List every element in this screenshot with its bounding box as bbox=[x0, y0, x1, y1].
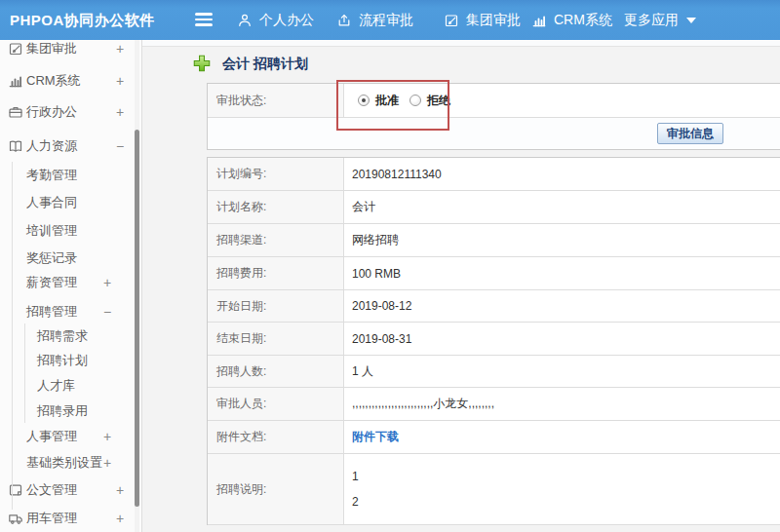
nav-item-flow-approval[interactable]: 流程审批 bbox=[336, 0, 413, 40]
caret-down-icon bbox=[686, 18, 696, 23]
nav-item-label: 个人办公 bbox=[259, 12, 314, 29]
nav-item-label: 流程审批 bbox=[359, 12, 413, 29]
detail-label: 招聘说明: bbox=[208, 454, 344, 524]
approval-status-row: 审批状态: 批准拒绝 bbox=[208, 84, 780, 118]
sidebar-item-reward-punish[interactable]: 奖惩记录 bbox=[0, 245, 134, 272]
radio-button-selected[interactable] bbox=[358, 95, 370, 106]
detail-value: 20190812111340 bbox=[352, 168, 442, 181]
detail-row-approvers: 审批人员:,,,,,,,,,,,,,,,,,,,,,,,,,小龙女,,,,,,,… bbox=[208, 388, 780, 421]
detail-label: 计划名称: bbox=[208, 191, 344, 223]
expand-icon[interactable]: + bbox=[101, 269, 113, 296]
sidebar-item-recruit-mgmt[interactable]: 招聘管理− bbox=[0, 298, 134, 325]
menu-toggle-icon[interactable] bbox=[195, 13, 213, 27]
book-icon bbox=[8, 138, 23, 154]
detail-value-cell: 100 RMB bbox=[344, 257, 780, 289]
sidebar-item-attendance-mgmt[interactable]: 考勤管理 bbox=[0, 162, 134, 189]
sidebar-item-label: 培训管理 bbox=[26, 217, 77, 245]
attachment-download-link[interactable]: 附件下载 bbox=[352, 429, 399, 445]
approval-info-button[interactable]: 审批信息 bbox=[657, 123, 723, 144]
radio-button[interactable] bbox=[410, 95, 421, 106]
detail-label: 招聘人数: bbox=[208, 356, 344, 387]
sidebar-item-talent-pool[interactable]: 人才库 bbox=[0, 372, 134, 399]
recruit-plan-detail-table: 计划编号:20190812111340计划名称:会计招聘渠道:网络招聘招聘费用:… bbox=[207, 157, 780, 525]
detail-value-line: 2 bbox=[352, 492, 359, 512]
collapse-icon[interactable]: − bbox=[101, 298, 113, 325]
app-logo: PHPOA协同办公软件 bbox=[10, 0, 155, 40]
sidebar-item-label: 招聘需求 bbox=[37, 323, 88, 350]
sidebar-item-crm-system[interactable]: CRM系统+ bbox=[0, 67, 134, 95]
detail-value-cell: 20190812111340 bbox=[344, 158, 780, 190]
sidebar-item-group-approval[interactable]: 集团审批+ bbox=[0, 35, 134, 62]
sidebar-item-label: 招聘管理 bbox=[26, 298, 77, 325]
sidebar-item-personnel-mgmt[interactable]: 人事管理+ bbox=[0, 423, 134, 450]
expand-icon[interactable]: + bbox=[114, 505, 126, 532]
user-icon bbox=[237, 13, 253, 28]
detail-value-line: 1 bbox=[352, 467, 359, 486]
sidebar-item-label: 用车管理 bbox=[26, 505, 77, 532]
sidebar-item-label: 人事合同 bbox=[26, 189, 77, 216]
radio-label: 拒绝 bbox=[427, 93, 450, 109]
sidebar-item-vehicle-mgmt[interactable]: 用车管理+ bbox=[0, 505, 134, 532]
detail-label: 结束日期: bbox=[208, 323, 344, 355]
page-title: 会计 招聘计划 bbox=[222, 56, 308, 73]
nav-item-personal-office[interactable]: 个人办公 bbox=[237, 0, 314, 40]
sidebar-scrollbar-thumb[interactable] bbox=[135, 130, 139, 507]
expand-icon[interactable]: + bbox=[101, 423, 113, 450]
tree-line-level1 bbox=[12, 162, 13, 510]
detail-row-headcount: 招聘人数:1 人 bbox=[208, 356, 780, 388]
sidebar-item-document-mgmt[interactable]: 公文管理+ bbox=[0, 476, 134, 504]
chart-icon bbox=[531, 13, 547, 28]
detail-row-start-date: 开始日期:2019-08-12 bbox=[208, 290, 780, 323]
sidebar-item-label: 招聘计划 bbox=[37, 347, 88, 374]
doc-icon bbox=[8, 482, 23, 498]
sidebar-item-label: 集团审批 bbox=[26, 35, 77, 62]
sidebar-item-label: 人事管理 bbox=[26, 423, 77, 450]
sidebar-item-recruit-plan[interactable]: 招聘计划 bbox=[0, 347, 134, 374]
detail-value-cell: 会计 bbox=[344, 191, 780, 223]
approval-status-label: 审批状态: bbox=[208, 84, 344, 117]
sidebar-item-recruit-hire[interactable]: 招聘录用 bbox=[0, 398, 134, 425]
detail-label: 开始日期: bbox=[208, 290, 344, 322]
detail-row-attachment: 附件文档:附件下载 bbox=[208, 421, 780, 454]
detail-value: 2019-08-12 bbox=[352, 299, 411, 313]
detail-row-plan-number: 计划编号:20190812111340 bbox=[208, 158, 780, 191]
sidebar-item-label: CRM系统 bbox=[26, 67, 81, 95]
collapse-icon[interactable]: − bbox=[114, 133, 126, 160]
sidebar-item-admin-office[interactable]: 行政办公+ bbox=[0, 98, 134, 126]
detail-row-end-date: 结束日期:2019-08-31 bbox=[208, 323, 780, 356]
expand-icon[interactable]: + bbox=[114, 67, 126, 95]
sidebar-item-recruit-demand[interactable]: 招聘需求 bbox=[0, 323, 134, 350]
detail-label: 计划编号: bbox=[208, 158, 344, 190]
expand-icon[interactable]: + bbox=[101, 449, 113, 476]
detail-row-plan-name: 计划名称:会计 bbox=[208, 191, 780, 224]
detail-row-recruit-cost: 招聘费用:100 RMB bbox=[208, 257, 780, 290]
expand-icon[interactable]: + bbox=[114, 98, 126, 126]
nav-item-label: 集团审批 bbox=[466, 12, 521, 29]
content-top-strip bbox=[142, 40, 780, 47]
expand-icon[interactable]: + bbox=[114, 476, 126, 504]
detail-row-recruit-note: 招聘说明:12 bbox=[208, 454, 780, 525]
detail-label: 审批人员: bbox=[208, 388, 344, 420]
sidebar-item-training-mgmt[interactable]: 培训管理 bbox=[0, 217, 134, 245]
sidebar-item-human-resources[interactable]: 人力资源− bbox=[0, 133, 134, 160]
edit-icon bbox=[8, 41, 23, 57]
detail-label: 招聘渠道: bbox=[208, 224, 344, 256]
chart-icon bbox=[8, 73, 23, 89]
sidebar-item-base-category[interactable]: 基础类别设置+ bbox=[0, 449, 134, 476]
detail-value-cell: 1 人 bbox=[344, 356, 780, 387]
nav-item-more-apps[interactable]: 更多应用 bbox=[624, 0, 696, 40]
sidebar-item-label: 基础类别设置 bbox=[26, 449, 102, 476]
nav-item-group-approval[interactable]: 集团审批 bbox=[444, 0, 521, 40]
expand-icon[interactable]: + bbox=[114, 35, 126, 62]
nav-item-label: CRM系统 bbox=[554, 12, 612, 29]
sidebar-item-hr-contract[interactable]: 人事合同 bbox=[0, 189, 134, 216]
flow-icon bbox=[336, 13, 352, 28]
approval-radio-group: 批准拒绝 bbox=[358, 93, 450, 109]
sidebar-item-label: 考勤管理 bbox=[26, 162, 77, 189]
add-icon[interactable] bbox=[193, 55, 211, 72]
top-navbar: PHPOA协同办公软件 个人办公流程审批集团审批CRM系统更多应用 bbox=[0, 0, 780, 40]
sidebar-item-salary-mgmt[interactable]: 薪资管理+ bbox=[0, 269, 134, 296]
sidebar-item-label: 薪资管理 bbox=[26, 269, 77, 296]
nav-item-crm-system[interactable]: CRM系统 bbox=[531, 0, 612, 40]
sidebar-item-label: 行政办公 bbox=[26, 98, 77, 126]
